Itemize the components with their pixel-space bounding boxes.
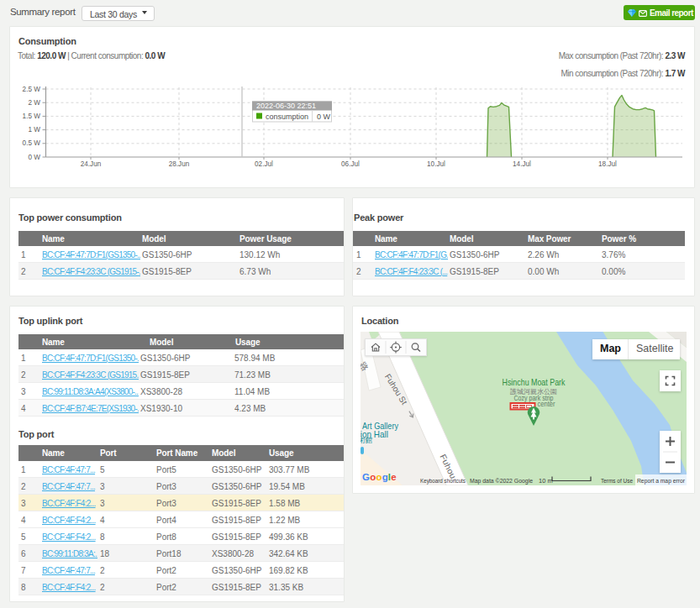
svg-text:center: center <box>538 400 555 408</box>
svg-text:Keyboard shortcuts: Keyboard shortcuts <box>420 477 466 485</box>
svg-text:2.5 W: 2.5 W <box>23 86 41 93</box>
svg-text:2022-06-30 22:51: 2022-06-30 22:51 <box>256 102 316 110</box>
svg-text:Report a map error: Report a map error <box>637 477 685 485</box>
svg-text:Map data ©2022 Google: Map data ©2022 Google <box>470 477 533 485</box>
svg-text:0 W: 0 W <box>317 113 331 121</box>
svg-text:2 W: 2 W <box>28 99 40 107</box>
svg-text:consumption: consumption <box>266 113 308 121</box>
svg-text:Hsinchu Moat Park: Hsinchu Moat Park <box>503 377 566 387</box>
svg-text:14.Jul: 14.Jul <box>513 160 531 168</box>
svg-text:0.5 W: 0.5 W <box>23 139 41 147</box>
svg-text:1 W: 1 W <box>28 126 40 134</box>
svg-text:術館: 術館 <box>361 436 373 444</box>
svg-text:0 W: 0 W <box>28 154 40 161</box>
svg-text:28.Jun: 28.Jun <box>169 160 190 168</box>
svg-text:18.Jul: 18.Jul <box>598 160 617 168</box>
svg-text:Terms of Use: Terms of Use <box>601 477 633 485</box>
svg-text:Google: Google <box>362 472 397 482</box>
svg-text:06.Jul: 06.Jul <box>341 160 360 168</box>
svg-text:10 m: 10 m <box>539 477 553 485</box>
svg-text:1.5 W: 1.5 W <box>23 113 41 120</box>
svg-text:24.Jun: 24.Jun <box>81 160 102 168</box>
svg-text:10.Jul: 10.Jul <box>427 160 445 168</box>
svg-text:02.Jul: 02.Jul <box>255 160 273 168</box>
